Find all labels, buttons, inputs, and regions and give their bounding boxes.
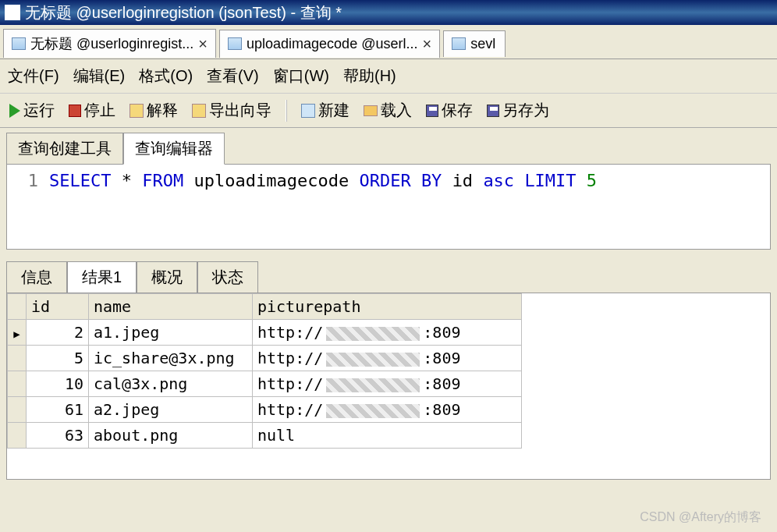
document-tabs: 无标题 @userloginregist... × uploadimagecod… bbox=[0, 25, 777, 59]
cell-id[interactable]: 5 bbox=[27, 346, 89, 371]
menu-view[interactable]: 查看(V) bbox=[207, 66, 259, 87]
table-icon bbox=[452, 37, 466, 50]
explain-label: 解释 bbox=[147, 100, 178, 121]
save-button[interactable]: 保存 bbox=[423, 98, 476, 122]
export-button[interactable]: 导出向导 bbox=[189, 98, 275, 122]
sql-col: id bbox=[452, 171, 474, 190]
run-label: 运行 bbox=[23, 100, 55, 121]
redacted-icon bbox=[326, 353, 420, 367]
editor-tabs: 查询创建工具 查询编辑器 bbox=[0, 128, 777, 165]
cell-name[interactable]: a1.jpeg bbox=[89, 320, 253, 346]
result-tabs: 信息 结果1 概况 状态 bbox=[0, 250, 777, 293]
menu-format[interactable]: 格式(O) bbox=[139, 66, 193, 87]
row-header[interactable] bbox=[8, 397, 27, 423]
sql-limit-n: 5 bbox=[587, 171, 597, 190]
menu-help[interactable]: 帮助(H) bbox=[343, 66, 396, 87]
explain-button[interactable]: 解释 bbox=[126, 98, 181, 122]
kw-select: SELECT bbox=[49, 171, 111, 190]
doc-tab-2[interactable]: uploadimagecode @userl... × bbox=[219, 30, 440, 58]
col-name[interactable]: name bbox=[89, 294, 253, 320]
table-row[interactable]: 61a2.jpeghttp://:809 bbox=[8, 397, 522, 423]
table-row[interactable]: 10cal@3x.pnghttp://:809 bbox=[8, 371, 522, 397]
menu-window[interactable]: 窗口(W) bbox=[273, 66, 329, 87]
cell-id[interactable]: 61 bbox=[27, 397, 89, 423]
kw-from: FROM bbox=[142, 171, 183, 190]
tab-status[interactable]: 状态 bbox=[197, 261, 258, 293]
run-button[interactable]: 运行 bbox=[6, 98, 58, 122]
kw-limit: LIMIT bbox=[524, 171, 576, 190]
cell-picturepath[interactable]: http://:809 bbox=[253, 346, 522, 371]
cell-name[interactable]: about.png bbox=[89, 423, 253, 449]
saveas-button[interactable]: 另存为 bbox=[484, 98, 552, 122]
new-label: 新建 bbox=[318, 100, 349, 121]
redacted-icon bbox=[326, 404, 420, 418]
kw-star: * bbox=[122, 171, 132, 190]
result-table[interactable]: id name picturepath 2a1.jpeghttp://:8095… bbox=[7, 293, 522, 449]
cell-name[interactable]: ic_share@3x.png bbox=[89, 346, 253, 371]
col-picturepath[interactable]: picturepath bbox=[253, 294, 522, 320]
export-label: 导出向导 bbox=[209, 100, 271, 121]
redacted-icon bbox=[326, 327, 420, 341]
doc-tab-3[interactable]: sevl bbox=[443, 30, 506, 57]
kw-asc: asc bbox=[483, 171, 514, 190]
close-icon[interactable]: × bbox=[198, 35, 208, 53]
cell-picturepath[interactable]: http://:809 bbox=[253, 397, 522, 423]
cell-name[interactable]: cal@3x.png bbox=[89, 371, 253, 397]
stop-icon bbox=[69, 105, 81, 117]
line-gutter: 1 bbox=[7, 165, 46, 249]
stop-label: 停止 bbox=[84, 100, 115, 121]
table-row[interactable]: 63about.pngnull bbox=[8, 423, 522, 449]
load-button[interactable]: 载入 bbox=[360, 98, 415, 122]
tab-query-builder[interactable]: 查询创建工具 bbox=[6, 133, 123, 165]
stop-button[interactable]: 停止 bbox=[66, 98, 119, 122]
cell-id[interactable]: 10 bbox=[27, 371, 89, 397]
menubar: 文件(F) 编辑(E) 格式(O) 查看(V) 窗口(W) 帮助(H) bbox=[0, 59, 777, 94]
menu-file[interactable]: 文件(F) bbox=[8, 66, 59, 87]
new-icon bbox=[301, 104, 315, 118]
explain-icon bbox=[130, 104, 144, 118]
result-grid: id name picturepath 2a1.jpeghttp://:8095… bbox=[6, 293, 771, 480]
close-icon[interactable]: × bbox=[422, 35, 431, 53]
tab-profile[interactable]: 概况 bbox=[137, 261, 197, 293]
doc-tab-1[interactable]: 无标题 @userloginregist... × bbox=[3, 29, 216, 58]
redacted-icon bbox=[326, 378, 420, 392]
row-header[interactable] bbox=[8, 423, 27, 449]
row-header[interactable] bbox=[8, 346, 27, 371]
saveas-icon bbox=[487, 105, 499, 117]
tab-info[interactable]: 信息 bbox=[6, 261, 67, 293]
col-id[interactable]: id bbox=[27, 294, 89, 320]
row-header[interactable] bbox=[8, 371, 27, 397]
doc-tab-label: 无标题 @userloginregist... bbox=[30, 34, 193, 53]
doc-tab-label: sevl bbox=[470, 36, 495, 52]
sql-editor[interactable]: 1 SELECT * FROM uploadimagecode ORDER BY… bbox=[6, 164, 771, 250]
header-row: id name picturepath bbox=[8, 294, 522, 320]
saveas-label: 另存为 bbox=[502, 100, 549, 121]
save-label: 保存 bbox=[442, 100, 473, 121]
cell-picturepath[interactable]: http://:809 bbox=[253, 371, 522, 397]
tab-query-editor[interactable]: 查询编辑器 bbox=[123, 133, 225, 165]
table-row[interactable]: 5ic_share@3x.pnghttp://:809 bbox=[8, 346, 522, 371]
cell-picturepath[interactable]: http://:809 bbox=[253, 320, 522, 346]
watermark: CSDN @Aftery的博客 bbox=[640, 509, 761, 526]
sql-code[interactable]: SELECT * FROM uploadimagecode ORDER BY i… bbox=[46, 165, 600, 249]
cell-picturepath[interactable]: null bbox=[253, 423, 522, 449]
new-button[interactable]: 新建 bbox=[298, 98, 353, 122]
table-row[interactable]: 2a1.jpeghttp://:809 bbox=[8, 320, 522, 346]
save-icon bbox=[426, 105, 438, 117]
separator bbox=[286, 100, 287, 122]
doc-tab-label: uploadimagecode @userl... bbox=[247, 36, 417, 52]
app-icon bbox=[5, 5, 20, 20]
line-number: 1 bbox=[28, 171, 38, 190]
tab-result1[interactable]: 结果1 bbox=[67, 261, 137, 293]
load-label: 载入 bbox=[381, 100, 412, 121]
cell-id[interactable]: 2 bbox=[27, 320, 89, 346]
table-icon bbox=[12, 37, 26, 50]
kw-orderby: ORDER BY bbox=[359, 171, 442, 190]
row-header[interactable] bbox=[8, 320, 27, 346]
cell-name[interactable]: a2.jpeg bbox=[89, 397, 253, 423]
sql-table: uploadimagecode bbox=[193, 171, 349, 190]
cell-id[interactable]: 63 bbox=[27, 423, 89, 449]
window-title: 无标题 @userloginregistion (jsonTest) - 查询 … bbox=[25, 2, 342, 23]
menu-edit[interactable]: 编辑(E) bbox=[73, 66, 126, 87]
window-titlebar: 无标题 @userloginregistion (jsonTest) - 查询 … bbox=[0, 0, 777, 25]
